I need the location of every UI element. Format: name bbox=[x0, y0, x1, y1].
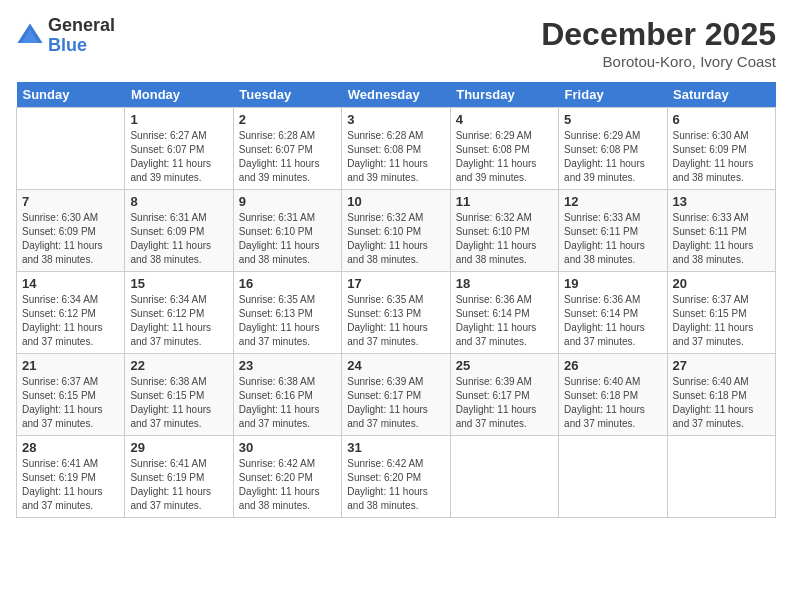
day-number: 22 bbox=[130, 358, 227, 373]
day-info: Sunrise: 6:41 AM Sunset: 6:19 PM Dayligh… bbox=[130, 457, 227, 513]
day-number: 8 bbox=[130, 194, 227, 209]
calendar-cell: 15Sunrise: 6:34 AM Sunset: 6:12 PM Dayli… bbox=[125, 272, 233, 354]
day-number: 17 bbox=[347, 276, 444, 291]
day-header-saturday: Saturday bbox=[667, 82, 775, 108]
day-info: Sunrise: 6:29 AM Sunset: 6:08 PM Dayligh… bbox=[456, 129, 553, 185]
calendar-cell: 13Sunrise: 6:33 AM Sunset: 6:11 PM Dayli… bbox=[667, 190, 775, 272]
location-title: Borotou-Koro, Ivory Coast bbox=[541, 53, 776, 70]
logo-general-text: General bbox=[48, 16, 115, 36]
logo-icon bbox=[16, 22, 44, 50]
day-number: 30 bbox=[239, 440, 336, 455]
day-number: 6 bbox=[673, 112, 770, 127]
day-info: Sunrise: 6:41 AM Sunset: 6:19 PM Dayligh… bbox=[22, 457, 119, 513]
day-number: 2 bbox=[239, 112, 336, 127]
calendar-cell: 9Sunrise: 6:31 AM Sunset: 6:10 PM Daylig… bbox=[233, 190, 341, 272]
calendar-cell: 12Sunrise: 6:33 AM Sunset: 6:11 PM Dayli… bbox=[559, 190, 667, 272]
day-number: 10 bbox=[347, 194, 444, 209]
day-number: 21 bbox=[22, 358, 119, 373]
calendar-cell: 26Sunrise: 6:40 AM Sunset: 6:18 PM Dayli… bbox=[559, 354, 667, 436]
day-info: Sunrise: 6:29 AM Sunset: 6:08 PM Dayligh… bbox=[564, 129, 661, 185]
day-number: 28 bbox=[22, 440, 119, 455]
day-info: Sunrise: 6:35 AM Sunset: 6:13 PM Dayligh… bbox=[347, 293, 444, 349]
calendar-cell: 20Sunrise: 6:37 AM Sunset: 6:15 PM Dayli… bbox=[667, 272, 775, 354]
day-info: Sunrise: 6:39 AM Sunset: 6:17 PM Dayligh… bbox=[456, 375, 553, 431]
day-header-tuesday: Tuesday bbox=[233, 82, 341, 108]
calendar-cell: 30Sunrise: 6:42 AM Sunset: 6:20 PM Dayli… bbox=[233, 436, 341, 518]
logo-blue-text: Blue bbox=[48, 36, 115, 56]
day-info: Sunrise: 6:40 AM Sunset: 6:18 PM Dayligh… bbox=[673, 375, 770, 431]
day-number: 23 bbox=[239, 358, 336, 373]
calendar-cell bbox=[667, 436, 775, 518]
day-info: Sunrise: 6:34 AM Sunset: 6:12 PM Dayligh… bbox=[22, 293, 119, 349]
day-info: Sunrise: 6:35 AM Sunset: 6:13 PM Dayligh… bbox=[239, 293, 336, 349]
calendar-cell: 21Sunrise: 6:37 AM Sunset: 6:15 PM Dayli… bbox=[17, 354, 125, 436]
day-info: Sunrise: 6:31 AM Sunset: 6:10 PM Dayligh… bbox=[239, 211, 336, 267]
day-number: 14 bbox=[22, 276, 119, 291]
calendar-cell: 19Sunrise: 6:36 AM Sunset: 6:14 PM Dayli… bbox=[559, 272, 667, 354]
day-number: 5 bbox=[564, 112, 661, 127]
day-number: 9 bbox=[239, 194, 336, 209]
day-header-friday: Friday bbox=[559, 82, 667, 108]
calendar-week-3: 14Sunrise: 6:34 AM Sunset: 6:12 PM Dayli… bbox=[17, 272, 776, 354]
calendar-cell: 28Sunrise: 6:41 AM Sunset: 6:19 PM Dayli… bbox=[17, 436, 125, 518]
month-title: December 2025 bbox=[541, 16, 776, 53]
calendar-cell: 22Sunrise: 6:38 AM Sunset: 6:15 PM Dayli… bbox=[125, 354, 233, 436]
calendar-week-1: 1Sunrise: 6:27 AM Sunset: 6:07 PM Daylig… bbox=[17, 108, 776, 190]
calendar-cell bbox=[450, 436, 558, 518]
calendar-cell: 14Sunrise: 6:34 AM Sunset: 6:12 PM Dayli… bbox=[17, 272, 125, 354]
day-number: 31 bbox=[347, 440, 444, 455]
day-info: Sunrise: 6:36 AM Sunset: 6:14 PM Dayligh… bbox=[456, 293, 553, 349]
day-number: 19 bbox=[564, 276, 661, 291]
day-number: 11 bbox=[456, 194, 553, 209]
day-number: 12 bbox=[564, 194, 661, 209]
calendar-cell bbox=[17, 108, 125, 190]
day-info: Sunrise: 6:42 AM Sunset: 6:20 PM Dayligh… bbox=[239, 457, 336, 513]
calendar-cell: 1Sunrise: 6:27 AM Sunset: 6:07 PM Daylig… bbox=[125, 108, 233, 190]
day-info: Sunrise: 6:38 AM Sunset: 6:15 PM Dayligh… bbox=[130, 375, 227, 431]
day-info: Sunrise: 6:38 AM Sunset: 6:16 PM Dayligh… bbox=[239, 375, 336, 431]
calendar-cell: 5Sunrise: 6:29 AM Sunset: 6:08 PM Daylig… bbox=[559, 108, 667, 190]
calendar-cell: 23Sunrise: 6:38 AM Sunset: 6:16 PM Dayli… bbox=[233, 354, 341, 436]
day-header-thursday: Thursday bbox=[450, 82, 558, 108]
calendar-header-row: SundayMondayTuesdayWednesdayThursdayFrid… bbox=[17, 82, 776, 108]
calendar-cell: 3Sunrise: 6:28 AM Sunset: 6:08 PM Daylig… bbox=[342, 108, 450, 190]
calendar-cell: 24Sunrise: 6:39 AM Sunset: 6:17 PM Dayli… bbox=[342, 354, 450, 436]
day-number: 13 bbox=[673, 194, 770, 209]
calendar-week-2: 7Sunrise: 6:30 AM Sunset: 6:09 PM Daylig… bbox=[17, 190, 776, 272]
day-number: 27 bbox=[673, 358, 770, 373]
day-number: 4 bbox=[456, 112, 553, 127]
day-number: 3 bbox=[347, 112, 444, 127]
day-number: 20 bbox=[673, 276, 770, 291]
day-info: Sunrise: 6:27 AM Sunset: 6:07 PM Dayligh… bbox=[130, 129, 227, 185]
title-block: December 2025 Borotou-Koro, Ivory Coast bbox=[541, 16, 776, 70]
day-number: 15 bbox=[130, 276, 227, 291]
day-number: 29 bbox=[130, 440, 227, 455]
calendar-cell: 6Sunrise: 6:30 AM Sunset: 6:09 PM Daylig… bbox=[667, 108, 775, 190]
calendar-cell: 18Sunrise: 6:36 AM Sunset: 6:14 PM Dayli… bbox=[450, 272, 558, 354]
calendar-cell: 7Sunrise: 6:30 AM Sunset: 6:09 PM Daylig… bbox=[17, 190, 125, 272]
day-number: 1 bbox=[130, 112, 227, 127]
calendar-cell: 29Sunrise: 6:41 AM Sunset: 6:19 PM Dayli… bbox=[125, 436, 233, 518]
day-info: Sunrise: 6:39 AM Sunset: 6:17 PM Dayligh… bbox=[347, 375, 444, 431]
day-info: Sunrise: 6:37 AM Sunset: 6:15 PM Dayligh… bbox=[22, 375, 119, 431]
day-info: Sunrise: 6:37 AM Sunset: 6:15 PM Dayligh… bbox=[673, 293, 770, 349]
logo: General Blue bbox=[16, 16, 115, 56]
day-number: 24 bbox=[347, 358, 444, 373]
calendar-cell bbox=[559, 436, 667, 518]
day-info: Sunrise: 6:33 AM Sunset: 6:11 PM Dayligh… bbox=[673, 211, 770, 267]
day-header-wednesday: Wednesday bbox=[342, 82, 450, 108]
calendar-cell: 10Sunrise: 6:32 AM Sunset: 6:10 PM Dayli… bbox=[342, 190, 450, 272]
calendar-cell: 31Sunrise: 6:42 AM Sunset: 6:20 PM Dayli… bbox=[342, 436, 450, 518]
day-info: Sunrise: 6:28 AM Sunset: 6:08 PM Dayligh… bbox=[347, 129, 444, 185]
day-info: Sunrise: 6:30 AM Sunset: 6:09 PM Dayligh… bbox=[673, 129, 770, 185]
day-info: Sunrise: 6:30 AM Sunset: 6:09 PM Dayligh… bbox=[22, 211, 119, 267]
day-number: 25 bbox=[456, 358, 553, 373]
day-number: 18 bbox=[456, 276, 553, 291]
calendar-week-4: 21Sunrise: 6:37 AM Sunset: 6:15 PM Dayli… bbox=[17, 354, 776, 436]
day-number: 7 bbox=[22, 194, 119, 209]
day-info: Sunrise: 6:31 AM Sunset: 6:09 PM Dayligh… bbox=[130, 211, 227, 267]
day-info: Sunrise: 6:32 AM Sunset: 6:10 PM Dayligh… bbox=[456, 211, 553, 267]
calendar-cell: 16Sunrise: 6:35 AM Sunset: 6:13 PM Dayli… bbox=[233, 272, 341, 354]
day-info: Sunrise: 6:36 AM Sunset: 6:14 PM Dayligh… bbox=[564, 293, 661, 349]
calendar-cell: 27Sunrise: 6:40 AM Sunset: 6:18 PM Dayli… bbox=[667, 354, 775, 436]
